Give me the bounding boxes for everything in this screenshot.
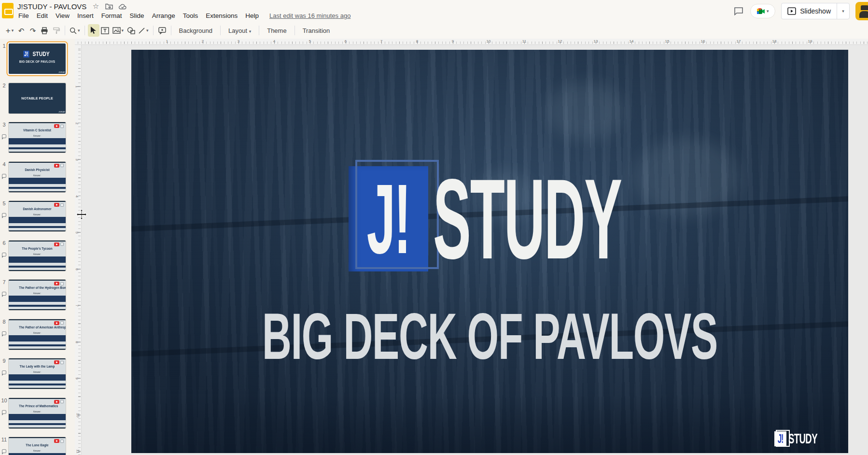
slide-thumbnail-7[interactable]: The Father of the Hydrogen BombAnswer: bbox=[8, 279, 66, 311]
thumb-title: The People's Tycoon bbox=[19, 246, 56, 250]
slide-thumbnail-row: 7The Father of the Hydrogen BombAnswer: bbox=[0, 279, 75, 311]
present-icon bbox=[787, 7, 796, 15]
layout-button[interactable]: Layout ▾ bbox=[224, 25, 256, 37]
comment-indicator-icon bbox=[2, 449, 6, 453]
slide-number: 11 bbox=[1, 437, 7, 442]
slide-filmstrip: 1J!STUDYBIG DECK OF PAVLOVSJ!STUDY2NOTAB… bbox=[0, 39, 75, 455]
slide-number: 2 bbox=[1, 83, 7, 88]
thumb-badges bbox=[54, 360, 64, 364]
h-ruler-number: 13 bbox=[594, 39, 598, 43]
menu-arrange[interactable]: Arrange bbox=[148, 11, 179, 21]
menu-file[interactable]: File bbox=[14, 11, 33, 21]
insert-image-button[interactable]: ▾ bbox=[111, 24, 126, 37]
slide-thumbnail-6[interactable]: The People's TycoonAnswer: bbox=[8, 240, 66, 271]
theme-button[interactable]: Theme bbox=[262, 25, 291, 37]
redo-button[interactable]: ↷ bbox=[27, 24, 39, 37]
slide-logo[interactable]: J! STUDY bbox=[349, 166, 810, 271]
insert-comment-button[interactable] bbox=[156, 24, 168, 37]
slide-number: 9 bbox=[1, 358, 7, 364]
thumb-answer-band bbox=[9, 296, 66, 302]
thumb-title: The Father of the Hydrogen Bomb bbox=[19, 286, 56, 289]
slide-thumbnail-3[interactable]: Vitamin C ScientistAnswer: bbox=[8, 122, 66, 153]
transition-button[interactable]: Transition bbox=[298, 25, 335, 37]
meet-button[interactable]: ▾ bbox=[750, 4, 775, 18]
print-button[interactable] bbox=[39, 24, 50, 37]
menu-tools[interactable]: Tools bbox=[179, 11, 202, 21]
slideshow-options-caret[interactable]: ▾ bbox=[837, 3, 849, 19]
h-ruler-number: 5 bbox=[309, 39, 311, 43]
video-badge-icon bbox=[54, 439, 59, 443]
thumb-answer-label: Answer: bbox=[23, 174, 52, 176]
menu-view[interactable]: View bbox=[52, 11, 73, 21]
new-slide-button[interactable]: +▾ bbox=[4, 24, 15, 37]
video-badge-icon bbox=[54, 282, 59, 285]
book-logo-icon: J! bbox=[349, 166, 428, 271]
menu-bar: FileEditViewInsertFormatSlideArrangeTool… bbox=[14, 11, 350, 21]
move-folder-icon[interactable] bbox=[105, 2, 113, 11]
slide-thumbnail-9[interactable]: The Lady with the LampAnswer: bbox=[8, 358, 66, 389]
menu-help[interactable]: Help bbox=[241, 11, 263, 21]
thumb-badges bbox=[54, 321, 64, 325]
last-edit-link[interactable]: Last edit was 16 minutes ago bbox=[269, 12, 350, 19]
slideshow-button[interactable]: Slideshow ▾ bbox=[781, 3, 850, 19]
slide-thumbnail-5[interactable]: Danish AstronomerAnswer: bbox=[8, 200, 66, 232]
thumb-bottom-rule bbox=[9, 152, 66, 153]
slide-thumbnail-10[interactable]: The Prince of MathematicsAnswer: bbox=[8, 398, 66, 429]
comment-indicator-icon bbox=[2, 213, 6, 217]
slide-subtitle-box[interactable]: BIG DECK OF PAVLOVS bbox=[131, 299, 848, 374]
v-ruler-number: 11 bbox=[76, 449, 80, 453]
comment-history-icon[interactable] bbox=[733, 5, 744, 17]
google-slides-logo-icon[interactable] bbox=[2, 3, 14, 18]
current-slide[interactable]: J! STUDY BIG DECK OF PAVLOVS J! STUDY bbox=[131, 50, 848, 453]
select-tool-button[interactable] bbox=[88, 24, 99, 37]
account-avatar[interactable] bbox=[855, 2, 868, 20]
v-ruler-number: 9 bbox=[75, 377, 79, 379]
thumb-top-rule bbox=[9, 319, 66, 320]
corner-logo: J! STUDY bbox=[774, 430, 835, 447]
insert-shape-button[interactable] bbox=[125, 24, 137, 37]
video-badge-icon bbox=[54, 164, 59, 168]
cloud-saved-icon[interactable] bbox=[118, 2, 127, 11]
menu-format[interactable]: Format bbox=[98, 11, 126, 21]
slide-thumbnail-1[interactable]: J!STUDYBIG DECK OF PAVLOVSJ!STUDY bbox=[8, 43, 66, 74]
thumb-title: Vitamin C Scientist bbox=[19, 128, 56, 132]
menu-slide[interactable]: Slide bbox=[126, 11, 148, 21]
slide-thumbnail-row: 9The Lady with the LampAnswer: bbox=[0, 358, 75, 389]
menu-insert[interactable]: Insert bbox=[73, 11, 98, 21]
vertical-ruler: 1234567891011 bbox=[75, 45, 82, 455]
menu-extensions[interactable]: Extensions bbox=[202, 11, 241, 21]
thumb-bottom-rule bbox=[9, 230, 66, 231]
insert-line-button[interactable]: ▾ bbox=[137, 24, 150, 37]
slide-thumbnail-2[interactable]: NOTABLE PEOPLEJ!STUDY bbox=[8, 83, 66, 114]
comment-indicator-icon bbox=[2, 134, 6, 138]
star-icon[interactable]: ☆ bbox=[91, 2, 100, 11]
slide-thumbnail-11[interactable]: The Lone EagleAnswer: bbox=[8, 437, 66, 455]
document-title[interactable]: J!STUDY - PAVLOVS bbox=[17, 2, 86, 11]
h-ruler-number: 12 bbox=[558, 39, 562, 43]
v-ruler-number: 6 bbox=[75, 268, 79, 270]
background-button[interactable]: Background bbox=[174, 25, 217, 37]
slide-thumbnail-row: 5Danish AstronomerAnswer: bbox=[0, 200, 75, 232]
v-ruler-number: 7 bbox=[75, 304, 79, 306]
video-badge-icon bbox=[54, 400, 59, 404]
thumb-answer-label: Answer: bbox=[23, 292, 52, 295]
paint-format-button[interactable] bbox=[50, 24, 62, 37]
text-box-tool-button[interactable] bbox=[99, 24, 111, 37]
slide-thumbnail-8[interactable]: The Father of American AnthropologyAnswe… bbox=[8, 319, 66, 350]
placeholder-badge-icon bbox=[60, 361, 64, 364]
slide-thumbnail-row: 10The Prince of MathematicsAnswer: bbox=[0, 398, 75, 429]
zoom-button[interactable]: ▾ bbox=[68, 24, 82, 37]
slide-thumbnail-4[interactable]: Danish PhysicistAnswer: bbox=[8, 161, 66, 193]
slide-thumbnail-row: 6The People's TycoonAnswer: bbox=[0, 240, 75, 271]
undo-button[interactable]: ↶ bbox=[15, 24, 27, 37]
placeholder-badge-icon bbox=[60, 164, 64, 167]
thumb-title: The Prince of Mathematics bbox=[19, 404, 56, 407]
slide-thumbnail-row: 8The Father of American AnthropologyAnsw… bbox=[0, 319, 75, 350]
thumb-answer-label: Answer: bbox=[23, 135, 52, 137]
comment-indicator-icon bbox=[2, 174, 6, 178]
thumb-answer-band bbox=[9, 217, 66, 223]
menu-edit[interactable]: Edit bbox=[33, 11, 52, 21]
thumb-answer-band bbox=[9, 335, 66, 341]
h-ruler-number: 14 bbox=[630, 39, 634, 43]
slide-number: 3 bbox=[1, 122, 7, 128]
